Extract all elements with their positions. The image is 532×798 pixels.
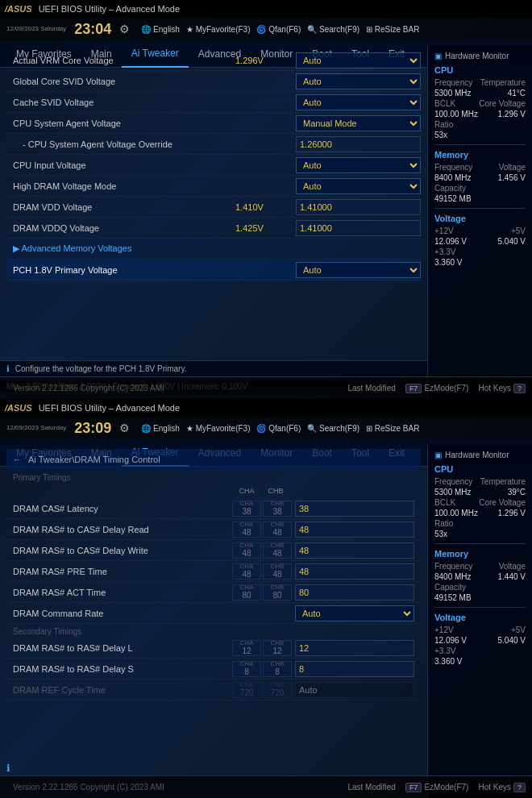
hw-cpu-label-2: CPU — [434, 464, 526, 474]
hw-monitor-2: ▣ Hardware Monitor CPU Frequency Tempera… — [427, 444, 532, 798]
setting-row-cpusa: CPU System Agent Voltage Manual Mode — [6, 113, 421, 134]
vrm-pre: 1.296V — [232, 56, 296, 65]
pch-label: PCH 1.8V Primary Voltage — [6, 265, 232, 275]
timing-row-cas: DRAM CAS# Latency CHA 38 CHB 38 — [6, 498, 421, 519]
footer-bar-2: Version 2.22.1286 Copyright (C) 2023 AMI… — [0, 775, 532, 798]
hw-volt-label-2: Voltage — [434, 613, 526, 622]
ras-cas-r-val-input[interactable] — [295, 522, 414, 538]
hw-mem-freq-row-1: Frequency Voltage — [434, 163, 526, 172]
info-icon-2: ℹ — [6, 763, 10, 774]
date-small-1: 12/09/2023 Saturday — [6, 26, 66, 33]
chb-header: CHB — [261, 487, 290, 495]
hw-cpu-freq-val-row-1: 5300 MHz 41°C — [434, 89, 526, 98]
ras-cas-w-val-input[interactable] — [295, 542, 414, 559]
cpusa-dropdown[interactable]: Manual Mode — [296, 115, 421, 131]
hw-cpu-ratio-row-1: Ratio — [434, 120, 526, 129]
dram-vdd-input[interactable] — [296, 199, 421, 215]
ras-ras-s-cha-box: CHA 8 — [232, 661, 261, 677]
hotkeys-badge-2: ? — [513, 783, 526, 792]
dram-vddq-pre: 1.425V — [232, 223, 296, 233]
footer-hotkeys-2[interactable]: Hot Keys ? — [478, 783, 526, 792]
datetime-1: 23:04 — [74, 21, 111, 38]
ras-pre-chb-box: CHB 48 — [263, 563, 292, 580]
pch-dropdown[interactable]: Auto — [296, 262, 421, 278]
cas-val-input[interactable] — [295, 501, 414, 517]
hw-volt-33-val-row-1: 3.360 V — [434, 258, 526, 267]
hw-mem-cap-val-row-2: 49152 MB — [434, 593, 526, 602]
cpuinput-dropdown[interactable]: Auto — [296, 157, 421, 173]
hw-cpu-freq-row-2: Frequency Temperature — [434, 477, 526, 486]
asus-logo-1: /ASUS — [5, 4, 32, 14]
hw-monitor-title-1: ▣ Hardware Monitor — [434, 52, 526, 60]
date-small-2: 12/09/2023 Saturday — [6, 425, 66, 432]
cmd-rate-dropdown[interactable]: Auto — [295, 605, 414, 621]
hw-mem-cap-row-2: Capacity — [434, 583, 526, 592]
hw-divider-2b — [434, 607, 526, 608]
ras-cas-r-cha-chb: CHA 48 CHB 48 — [232, 522, 292, 538]
f7-badge-1: F7 — [405, 384, 422, 393]
setting-row-csvid: Cache SVID Voltage Auto — [6, 92, 421, 113]
setting-row-pch: PCH 1.8V Primary Voltage Auto — [6, 260, 421, 281]
hw-volt-12-row-2: +12V +5V — [434, 626, 526, 634]
hw-cpu-ratio-row-2: Ratio — [434, 519, 526, 528]
timing-row-ras-cas-w: DRAM RAS# to CAS# Delay Write CHA 48 CHB… — [6, 540, 421, 561]
vrm-dropdown[interactable]: Auto — [296, 52, 421, 69]
setting-row-vrm: Actual VRM Core Voltage 1.296V Auto — [6, 50, 421, 71]
ras-pre-cha-box: CHA 48 — [232, 563, 261, 580]
ref-cycle-cha-box: CHA 720 — [232, 682, 261, 698]
ras-ras-s-cha-chb: CHA 8 CHB 8 — [232, 661, 292, 677]
hw-cpu-freq-val-row-2: 5300 MHz 39°C — [434, 488, 526, 497]
ras-ras-s-val-input[interactable] — [295, 661, 414, 677]
ras-pre-label: DRAM RAS# PRE Time — [6, 567, 232, 576]
header-bar-1: /ASUS UEFI BIOS Utility – Advanced Mode — [0, 0, 532, 18]
qfan-label-1: 🌀 Qfan(F6) — [256, 25, 301, 34]
adv-mem-label: ▶ Advanced Memory Voltages — [6, 243, 232, 254]
header-bar-2: /ASUS UEFI BIOS Utility – Advanced Mode — [0, 399, 532, 417]
status-bar-1: 12/09/2023 Saturday 23:04 ⚙ 🌐 English ★ … — [0, 18, 532, 40]
hdramv-dropdown[interactable]: Auto — [296, 178, 421, 194]
hw-mem-label-1: Memory — [434, 150, 526, 160]
english-label-1: 🌐 English — [141, 25, 180, 34]
setting-row-gcsvid: Global Core SVID Voltage Auto — [6, 71, 421, 92]
csvid-label: Cache SVID Voltage — [6, 98, 232, 107]
cas-chb-box: CHB 38 — [263, 501, 292, 517]
footer-bar-1: Version 2.22.1286 Copyright (C) 2023 AMI… — [0, 376, 532, 399]
timing-row-ras-ras-l: DRAM RAS# to RAS# Delay L CHA 12 CHB 12 — [6, 638, 421, 659]
hw-mem-cap-val-row-1: 49152 MB — [434, 194, 526, 203]
settings-icon-2[interactable]: ⚙ — [119, 422, 130, 434]
settings-icon-1[interactable]: ⚙ — [119, 23, 130, 35]
gcsvid-dropdown[interactable]: Auto — [296, 73, 421, 89]
footer-lastmod-1: Last Modified — [347, 384, 395, 393]
hw-cpu-label-1: CPU — [434, 65, 526, 75]
ras-act-val-input[interactable] — [295, 584, 414, 601]
cas-label: DRAM CAS# Latency — [6, 504, 232, 513]
ras-cas-w-cha-box: CHA 48 — [232, 542, 261, 559]
footer-ezmode-1[interactable]: F7 EzMode(F7) — [405, 384, 469, 393]
hotkeys-badge-1: ? — [513, 384, 526, 393]
hw-mem-freq-val-row-1: 8400 MHz 1.456 V — [434, 173, 526, 182]
info-text-1: Configure the voltage for the PCH 1.8V P… — [15, 364, 187, 373]
ras-cas-r-chb-box: CHB 48 — [263, 522, 292, 538]
cmd-rate-label: DRAM Command Rate — [6, 609, 232, 618]
dram-vdd-pre: 1.410V — [232, 202, 296, 212]
english-label-2: 🌐 English — [141, 424, 180, 433]
footer-hotkeys-1[interactable]: Hot Keys ? — [478, 384, 526, 393]
info-icon-1: ℹ — [6, 364, 10, 373]
hw-divider-1a — [434, 144, 526, 145]
myfav-label-1: ★ MyFavorite(F3) — [186, 25, 251, 34]
csvid-dropdown[interactable]: Auto — [296, 94, 421, 110]
setting-row-cpuinput: CPU Input Voltage Auto — [6, 155, 421, 176]
ras-pre-val-input[interactable] — [295, 563, 414, 580]
ras-ras-l-val-input[interactable] — [295, 640, 414, 656]
back-arrow[interactable]: ← — [13, 455, 22, 464]
hw-volt-33-row-1: +3.3V — [434, 247, 526, 256]
hw-monitor-title-2: ▣ Hardware Monitor — [434, 451, 526, 459]
hdramv-label: High DRAM Voltage Mode — [6, 181, 232, 191]
footer-ezmode-2[interactable]: F7 EzMode(F7) — [405, 783, 469, 792]
monitor-icon-2: ▣ — [434, 451, 442, 459]
cpusaov-label: - CPU System Agent Voltage Override — [6, 139, 232, 149]
dram-vddq-input[interactable] — [296, 220, 421, 236]
cpusaov-input[interactable] — [296, 136, 421, 152]
hw-mem-label-2: Memory — [434, 549, 526, 559]
setting-row-hdramv: High DRAM Voltage Mode Auto — [6, 176, 421, 197]
